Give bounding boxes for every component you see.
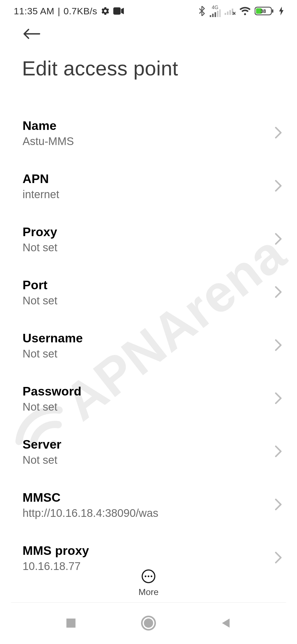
- gear-icon: [101, 6, 110, 16]
- chevron-right-icon: [274, 339, 282, 352]
- svg-rect-0: [113, 7, 121, 15]
- signal-1-icon: 4G: [210, 5, 221, 17]
- status-left: 11:35 AM | 0.7KB/s: [14, 6, 124, 17]
- chevron-right-icon: [274, 498, 282, 512]
- status-time: 11:35 AM: [14, 6, 54, 17]
- setting-value: Not set: [23, 348, 83, 360]
- svg-point-19: [144, 618, 153, 628]
- back-button[interactable]: [22, 24, 41, 43]
- setting-value: Astu-MMS: [23, 135, 74, 148]
- triangle-left-icon: [220, 617, 232, 629]
- chevron-right-icon: [274, 286, 282, 299]
- wifi-icon: [239, 7, 251, 15]
- chevron-right-icon: [274, 445, 282, 459]
- setting-value: Not set: [23, 241, 57, 254]
- video-camera-icon: [113, 7, 124, 15]
- setting-row-name[interactable]: Name Astu-MMS: [23, 107, 284, 160]
- nav-back-button[interactable]: [220, 617, 232, 630]
- setting-value: http://10.16.18.4:38090/was: [23, 507, 158, 519]
- setting-label: Name: [23, 119, 74, 133]
- status-right: 4G 38: [198, 5, 284, 17]
- chevron-right-icon: [274, 180, 282, 193]
- setting-label: MMSC: [23, 490, 158, 505]
- signal-2-icon: [224, 7, 235, 15]
- chevron-right-icon: [274, 392, 282, 405]
- setting-row-port[interactable]: Port Not set: [23, 266, 284, 319]
- status-net-speed: 0.7KB/s: [64, 6, 97, 17]
- page-title: Edit access point: [22, 43, 285, 91]
- chevron-right-icon: [274, 127, 282, 140]
- svg-rect-12: [272, 9, 273, 13]
- system-nav-bar: [0, 603, 297, 644]
- settings-list: Name Astu-MMS APN internet Proxy Not set…: [0, 91, 297, 585]
- bluetooth-icon: [198, 6, 206, 16]
- svg-rect-3: [215, 12, 216, 17]
- setting-row-proxy[interactable]: Proxy Not set: [23, 213, 284, 266]
- svg-rect-1: [210, 15, 211, 17]
- nav-home-button[interactable]: [141, 615, 156, 632]
- status-separator: |: [58, 6, 60, 17]
- chevron-right-icon: [274, 552, 282, 565]
- setting-row-password[interactable]: Password Not set: [23, 372, 284, 425]
- setting-label: Port: [23, 278, 57, 292]
- setting-value: internet: [23, 188, 59, 201]
- setting-row-apn[interactable]: APN internet: [23, 160, 284, 213]
- svg-rect-7: [227, 12, 229, 15]
- setting-label: Server: [23, 437, 61, 452]
- svg-rect-8: [229, 10, 231, 15]
- setting-row-mmsc[interactable]: MMSC http://10.16.18.4:38090/was: [23, 478, 284, 531]
- svg-rect-2: [212, 14, 214, 17]
- setting-row-username[interactable]: Username Not set: [23, 319, 284, 372]
- battery-percent-text: 38: [260, 9, 266, 14]
- arrow-left-icon: [23, 28, 40, 40]
- circle-icon: [141, 615, 156, 631]
- svg-rect-5: [219, 9, 221, 17]
- svg-rect-4: [217, 11, 218, 17]
- square-icon: [65, 617, 77, 629]
- setting-label: Password: [23, 384, 81, 399]
- setting-label: Proxy: [23, 225, 57, 239]
- setting-label: MMS proxy: [23, 544, 89, 558]
- battery-icon: 38: [255, 6, 275, 16]
- setting-label: APN: [23, 172, 59, 186]
- more-label: More: [139, 587, 159, 597]
- setting-row-mms-proxy[interactable]: MMS proxy 10.16.18.77: [23, 531, 284, 585]
- setting-value: Not set: [23, 454, 61, 466]
- chevron-right-icon: [274, 233, 282, 246]
- svg-rect-6: [225, 13, 226, 15]
- setting-row-server[interactable]: Server Not set: [23, 425, 284, 478]
- app-header: Edit access point: [0, 22, 297, 91]
- setting-label: Username: [23, 331, 83, 345]
- setting-value: Not set: [23, 401, 81, 413]
- setting-value: Not set: [23, 294, 57, 307]
- nav-recent-button[interactable]: [65, 617, 77, 630]
- svg-rect-17: [67, 618, 76, 627]
- charging-bolt-icon: [279, 7, 284, 15]
- status-bar: 11:35 AM | 0.7KB/s 4G: [0, 0, 297, 22]
- setting-value: 10.16.18.77: [23, 560, 89, 572]
